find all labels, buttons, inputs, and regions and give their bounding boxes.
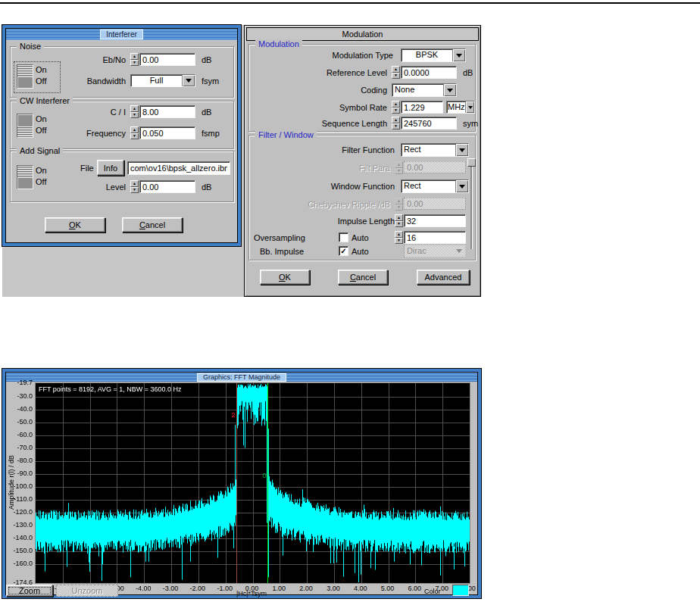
modulation-type-dropdown[interactable]: BPSK: [401, 48, 466, 62]
unzoom-button: Unzoom: [56, 585, 118, 597]
window-function-dropdown[interactable]: Rect: [401, 179, 469, 193]
spin-down-icon: ▼: [395, 221, 403, 228]
x-tick-label: -4.00: [130, 585, 157, 592]
reference-level-spinner[interactable]: ▲▼: [392, 66, 400, 79]
chebyshev-input: 0.00: [404, 198, 466, 210]
dropdown-arrow-icon: [459, 148, 465, 152]
switch-lever-icon: [17, 126, 33, 138]
ci-unit: dB: [202, 108, 211, 117]
advanced-button[interactable]: Advanced: [417, 270, 470, 285]
color-label: Color: [424, 588, 441, 595]
cw-interferer-group: CW Interferer On Off C / I ▲▼ dB Frequen…: [10, 101, 234, 149]
modulation-cancel-button[interactable]: Cancel: [338, 270, 388, 285]
dropdown-arrow-icon: [468, 106, 473, 109]
bandwidth-dropdown[interactable]: Full: [130, 74, 195, 87]
impulse-length-label: Impulse Length: [249, 217, 395, 226]
graphics-titlebar[interactable]: Graphics: FFT Magnitude: [6, 373, 477, 382]
ci-input[interactable]: [139, 105, 195, 118]
spin-down-icon: ▼: [392, 108, 400, 114]
spin-up-icon: ▲: [392, 101, 400, 108]
ebno-unit: dB: [202, 55, 211, 64]
oversampling-input[interactable]: [404, 231, 466, 244]
ebno-spinner[interactable]: ▲▼: [130, 53, 139, 66]
symbol-rate-unit-dropdown[interactable]: MHz: [446, 101, 475, 114]
noise-on-off-switch[interactable]: [17, 64, 33, 89]
filter-group-scrollbar-thumb[interactable]: [467, 158, 476, 167]
coding-dropdown[interactable]: None: [392, 83, 457, 97]
y-tick-label: -150.0: [10, 547, 33, 554]
fft-plot-area[interactable]: FFT points = 8192, AVG = 1, NBW = 3600.0…: [35, 382, 470, 584]
symbol-rate-spinner[interactable]: ▲▼: [392, 101, 400, 114]
spin-down-icon: ▼: [392, 123, 400, 130]
level-input[interactable]: [139, 180, 195, 193]
filter-group-scrollbar[interactable]: [470, 158, 472, 249]
ci-spinner[interactable]: ▲▼: [130, 105, 139, 118]
fft-plot-canvas[interactable]: [36, 383, 470, 583]
modulation-group-label: Modulation: [255, 39, 302, 48]
file-path-input[interactable]: [127, 161, 230, 175]
switch-lever-icon: [17, 65, 33, 76]
spin-down-icon: ▼: [395, 168, 403, 175]
spin-down-icon: ▼: [395, 204, 403, 211]
sequence-length-spinner[interactable]: ▲▼: [392, 117, 400, 129]
frequency-input[interactable]: [139, 126, 195, 139]
spin-up-icon: ▲: [395, 198, 403, 204]
spin-down-icon: ▼: [130, 133, 139, 140]
symbol-rate-label: Symbol Rate: [249, 103, 387, 112]
spin-up-icon: ▲: [130, 180, 139, 187]
interferer-ok-button[interactable]: OK: [45, 217, 105, 232]
level-unit: dB: [202, 182, 211, 192]
spin-up-icon: ▲: [130, 105, 139, 112]
chebyshev-ripple-label: Chebyshev Ripple /dB: [249, 200, 390, 209]
interferer-cancel-button[interactable]: Cancel: [122, 217, 183, 232]
bb-impulse-auto-label: Auto: [352, 247, 369, 256]
filter-function-label: Filter Function: [249, 145, 395, 154]
oversampling-auto-checkbox[interactable]: [339, 232, 348, 242]
modulation-group: Modulation Modulation Type BPSK Referenc…: [248, 44, 476, 132]
y-axis-title: Amplitude r(l) / dB: [8, 455, 15, 510]
ebno-input[interactable]: [139, 53, 195, 66]
modulation-ok-button[interactable]: OK: [260, 270, 310, 285]
bandwidth-unit: fsym: [202, 76, 219, 86]
spin-up-icon: ▲: [395, 231, 403, 238]
bb-impulse-auto-checkbox[interactable]: ✓: [339, 246, 348, 256]
add-signal-on-off-switch[interactable]: [17, 165, 33, 189]
screen: Interferer Noise On Off Eb/No ▲▼ dB Band…: [0, 0, 700, 602]
y-tick-label: -70.0: [10, 444, 33, 451]
window-function-label: Window Function: [249, 182, 395, 191]
spin-down-icon: ▼: [130, 60, 139, 67]
level-spinner[interactable]: ▲▼: [130, 180, 139, 193]
oversampling-label: Oversampling: [254, 233, 305, 242]
impulse-length-input[interactable]: [404, 214, 466, 227]
filt-para-spinner: ▲▼: [395, 161, 403, 174]
modulation-dialog: Modulation Modulation Modulation Type BP…: [244, 25, 481, 297]
y-tick-label: -19.7: [10, 379, 33, 386]
x-tick-label: 4.00: [347, 585, 374, 592]
cw-on-off-switch[interactable]: [17, 114, 33, 138]
bb-impulse-dropdown: Dirac: [404, 245, 466, 257]
interferer-titlebar[interactable]: Interferer: [6, 29, 237, 40]
oversampling-spinner[interactable]: ▲▼: [395, 231, 403, 244]
add-off-label: Off: [36, 177, 46, 186]
symbol-rate-input[interactable]: [401, 101, 443, 114]
filt-para-input: 0.00: [404, 161, 466, 173]
graphics-window: Graphics: FFT Magnitude FFT points = 819…: [2, 369, 481, 598]
impulse-length-spinner[interactable]: ▲▼: [395, 214, 403, 227]
sequence-length-input[interactable]: [401, 117, 457, 129]
noise-on-label: On: [36, 65, 47, 74]
spin-down-icon: ▼: [130, 187, 139, 194]
zoom-button[interactable]: Zoom: [6, 585, 53, 597]
trace-color-swatch[interactable]: [452, 585, 469, 596]
reference-level-label: Reference Level: [249, 68, 387, 77]
file-label: File: [80, 164, 94, 173]
x-tick-label: 5.00: [374, 585, 402, 592]
info-button[interactable]: Info: [97, 160, 124, 176]
noise-group-label: Noise: [17, 42, 44, 51]
y-tick-label: -30.0: [10, 393, 33, 400]
frequency-label: Frequency: [41, 129, 126, 138]
reference-level-input[interactable]: [401, 66, 457, 79]
page-top-rule: [0, 2, 700, 4]
add-on-label: On: [36, 166, 47, 175]
filter-function-dropdown[interactable]: Rect: [401, 143, 469, 157]
frequency-spinner[interactable]: ▲▼: [130, 126, 139, 139]
